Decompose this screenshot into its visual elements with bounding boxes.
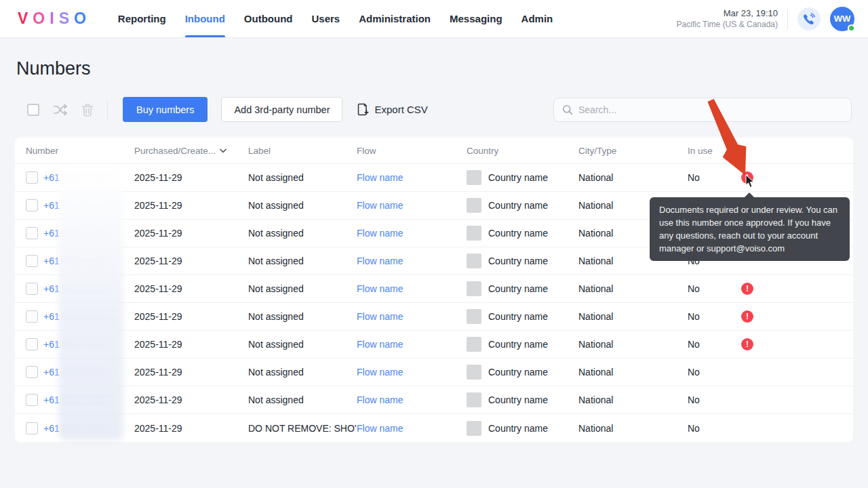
redacted-number xyxy=(61,256,106,266)
export-csv-label: Export CSV xyxy=(374,104,427,115)
nav-item-administration[interactable]: Administration xyxy=(359,0,431,37)
number-link[interactable]: +61 xyxy=(43,172,60,183)
number-label: Not assigned xyxy=(248,283,357,294)
number-cell: +61 xyxy=(43,172,134,183)
row-checkbox[interactable] xyxy=(26,310,38,323)
number-link[interactable]: +61 xyxy=(43,367,60,378)
nav-item-outbound[interactable]: Outbound xyxy=(244,0,293,37)
row-checkbox[interactable] xyxy=(26,366,38,378)
flow-link[interactable]: Flow name xyxy=(357,228,403,239)
city-type: National xyxy=(578,283,688,294)
user-avatar[interactable]: WW xyxy=(830,7,854,31)
redacted-number xyxy=(61,200,106,211)
logo-letter: O xyxy=(33,9,50,28)
row-checkbox[interactable] xyxy=(26,422,38,434)
alert-icon[interactable]: ! xyxy=(741,310,753,323)
row-checkbox[interactable] xyxy=(26,283,38,295)
number-cell: +61 xyxy=(43,200,134,211)
trash-icon[interactable] xyxy=(81,103,94,117)
top-header: VOISO ReportingInboundOutboundUsersAdmin… xyxy=(0,0,868,38)
number-cell: +61 xyxy=(43,228,134,239)
row-checkbox[interactable] xyxy=(26,199,38,211)
row-checkbox[interactable] xyxy=(26,338,38,350)
number-link[interactable]: +61 xyxy=(43,283,60,294)
header-right: Mar 23, 19:10 Pacific Time (US & Canada)… xyxy=(677,7,854,31)
main-nav: ReportingInboundOutboundUsersAdministrat… xyxy=(118,0,553,37)
logo-letter: O xyxy=(74,9,91,28)
status-cell: ! xyxy=(741,310,853,323)
select-all-checkbox[interactable] xyxy=(27,104,39,116)
flow-link[interactable]: Flow name xyxy=(357,394,403,405)
number-link[interactable]: +61 xyxy=(43,423,60,434)
timezone: Pacific Time (US & Canada) xyxy=(677,19,778,30)
buy-numbers-button[interactable]: Buy numbers xyxy=(123,97,208,122)
row-checkbox[interactable] xyxy=(26,227,38,239)
flag-placeholder-icon xyxy=(467,421,481,436)
table-row: +61 2025-11-29 Not assigned Flow name Co… xyxy=(15,164,853,192)
country-cell: Country name xyxy=(467,253,578,268)
flow-link[interactable]: Flow name xyxy=(357,200,403,211)
flag-placeholder-icon xyxy=(467,392,481,407)
flow-link[interactable]: Flow name xyxy=(357,311,403,322)
table-row: +61 2025-11-29 Not assigned Flow name Co… xyxy=(15,303,853,331)
column-header-city-type[interactable]: City/Type xyxy=(578,146,688,156)
nav-item-users[interactable]: Users xyxy=(311,0,340,37)
redacted-number xyxy=(61,367,106,378)
column-header-number[interactable]: Number xyxy=(26,146,134,156)
alert-icon[interactable]: ! xyxy=(741,171,753,184)
row-checkbox[interactable] xyxy=(26,171,38,184)
country-name: Country name xyxy=(488,172,548,183)
nav-item-admin[interactable]: Admin xyxy=(521,0,553,37)
column-header-purchased[interactable]: Purchased/Create... xyxy=(134,146,248,156)
number-link[interactable]: +61 xyxy=(43,200,60,211)
flow-link[interactable]: Flow name xyxy=(357,256,403,266)
number-cell: +61 xyxy=(43,394,134,405)
nav-item-reporting[interactable]: Reporting xyxy=(118,0,166,37)
column-header-label[interactable]: Label xyxy=(248,146,357,156)
purchased-date: 2025-11-29 xyxy=(134,339,248,350)
number-link[interactable]: +61 xyxy=(43,394,60,405)
row-checkbox[interactable] xyxy=(26,255,38,267)
table-row: +61 2025-11-29 Not assigned Flow name Co… xyxy=(15,359,853,386)
nav-item-messaging[interactable]: Messaging xyxy=(450,0,502,37)
country-cell: Country name xyxy=(467,421,578,436)
documents-review-tooltip: Documents required or under review. You … xyxy=(650,197,850,261)
country-cell: Country name xyxy=(467,392,578,407)
avatar-initials: WW xyxy=(834,14,851,24)
number-link[interactable]: +61 xyxy=(43,311,60,322)
row-checkbox[interactable] xyxy=(26,394,38,406)
in-use-value: No xyxy=(688,367,741,378)
flag-placeholder-icon xyxy=(467,170,481,185)
flow-link[interactable]: Flow name xyxy=(357,367,403,378)
alert-icon[interactable]: ! xyxy=(741,283,753,295)
search-box[interactable] xyxy=(553,98,852,122)
logo-letter: V xyxy=(18,9,33,28)
number-link[interactable]: +61 xyxy=(43,256,60,266)
number-link[interactable]: +61 xyxy=(43,339,60,350)
shuffle-icon[interactable] xyxy=(53,103,68,117)
online-status-dot xyxy=(848,24,855,32)
country-name: Country name xyxy=(488,339,548,350)
number-link[interactable]: +61 xyxy=(43,228,60,239)
column-header-country[interactable]: Country xyxy=(467,146,578,156)
flow-link[interactable]: Flow name xyxy=(357,423,403,434)
country-cell: Country name xyxy=(467,337,578,352)
flow-link[interactable]: Flow name xyxy=(357,339,403,350)
country-cell: Country name xyxy=(467,365,578,380)
voiso-logo[interactable]: VOISO xyxy=(18,9,91,28)
column-header-flow[interactable]: Flow xyxy=(357,146,467,156)
nav-item-inbound[interactable]: Inbound xyxy=(185,0,225,37)
logo-letter: S xyxy=(59,9,74,28)
softphone-button[interactable] xyxy=(797,7,821,30)
flow-link[interactable]: Flow name xyxy=(357,172,403,183)
alert-icon[interactable]: ! xyxy=(741,338,753,350)
export-csv-button[interactable]: Export CSV xyxy=(357,103,427,116)
flow-link[interactable]: Flow name xyxy=(357,283,403,294)
search-input[interactable] xyxy=(578,104,843,115)
country-cell: Country name xyxy=(467,281,578,296)
in-use-value: No xyxy=(688,423,741,434)
country-name: Country name xyxy=(488,423,548,434)
add-third-party-number-button[interactable]: Add 3rd-party number xyxy=(221,97,342,122)
redacted-number xyxy=(61,228,106,239)
column-header-in-use[interactable]: In use xyxy=(688,146,741,156)
